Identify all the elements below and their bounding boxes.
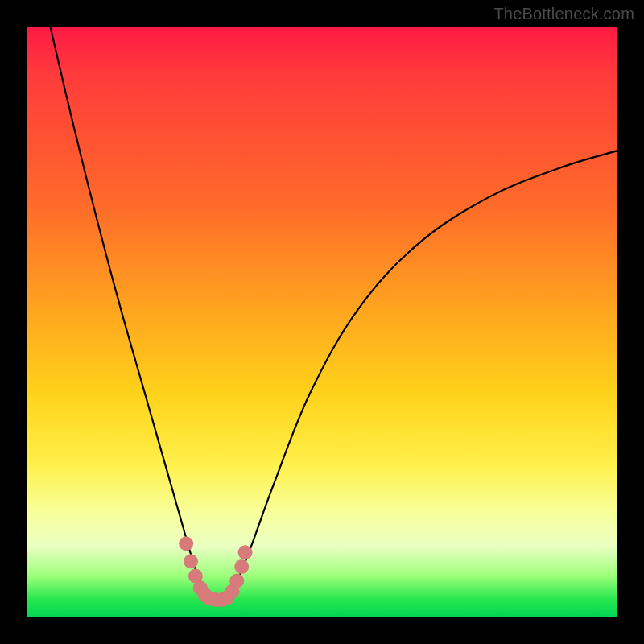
valley-dot: [234, 559, 249, 574]
chart-svg: [27, 27, 617, 617]
attribution-text: TheBottleneck.com: [493, 5, 634, 23]
chart-frame: TheBottleneck.com: [0, 0, 644, 644]
valley-highlight: [179, 536, 252, 607]
bottleneck-curve: [50, 27, 617, 600]
valley-dot: [184, 554, 198, 568]
valley-dot: [229, 573, 244, 588]
valley-dot: [179, 536, 193, 551]
valley-dot: [238, 545, 253, 559]
plot-area: [27, 27, 617, 617]
